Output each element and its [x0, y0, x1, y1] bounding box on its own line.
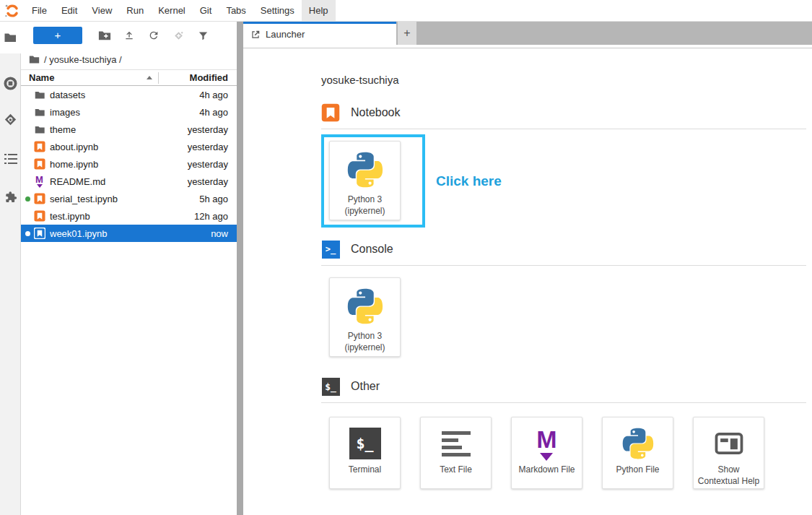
file-browser-toolbar: +: [21, 22, 237, 49]
folder-icon: [33, 89, 45, 101]
file-browser-tab-icon[interactable]: [0, 22, 21, 53]
notebook-file-icon: [33, 158, 45, 170]
other-section-label: Other: [351, 380, 380, 393]
markdown-file-icon: M: [33, 176, 45, 188]
new-folder-icon[interactable]: [92, 26, 117, 45]
notebook-file-icon: [33, 228, 45, 240]
file-list: datasets 4h ago images 4h ago theme yest…: [21, 86, 237, 242]
folder-icon: [33, 106, 45, 118]
launcher-tab-label: Launcher: [266, 29, 305, 40]
terminal-card[interactable]: $_ Terminal: [329, 417, 401, 489]
main-dock-panel: Launcher + yosuke-tsuchiya Notebook Pyth…: [243, 22, 812, 515]
show-contextual-help-card[interactable]: Show Contextual Help: [693, 417, 764, 489]
menu-help[interactable]: Help: [302, 0, 336, 21]
text-file-icon: [442, 428, 471, 459]
file-row-home[interactable]: home.ipynb yesterday: [21, 155, 237, 173]
menu-file[interactable]: File: [25, 0, 54, 21]
left-activity-bar: [0, 22, 21, 515]
kernel-running-dot: [25, 231, 30, 236]
file-row-about[interactable]: about.ipynb yesterday: [21, 138, 237, 155]
notebook-section-header: Notebook: [321, 103, 812, 122]
file-row-images[interactable]: images 4h ago: [21, 103, 237, 121]
dock-tab-bar: Launcher +: [243, 22, 812, 45]
menu-tabs[interactable]: Tabs: [219, 0, 253, 21]
menu-git[interactable]: Git: [193, 0, 219, 21]
menu-kernel[interactable]: Kernel: [151, 0, 193, 21]
menu-bar: File Edit View Run Kernel Git Tabs Setti…: [0, 0, 812, 22]
section-divider: [321, 129, 806, 129]
file-row-theme[interactable]: theme yesterday: [21, 121, 237, 138]
notebook-icon: [321, 103, 340, 122]
folder-icon: [33, 124, 45, 136]
python-logo-icon: [622, 428, 654, 459]
running-kernels-icon[interactable]: [0, 72, 21, 94]
menu-settings[interactable]: Settings: [253, 0, 302, 21]
file-row-test[interactable]: test.ipynb 12h ago: [21, 207, 237, 225]
table-of-contents-icon[interactable]: [0, 148, 21, 170]
terminal-icon: $_: [349, 428, 381, 459]
kernel-name-label: Python 3 (ipykernel): [344, 331, 385, 353]
contextual-help-icon: [715, 428, 743, 459]
menu-run[interactable]: Run: [119, 0, 151, 21]
file-row-serial-test[interactable]: serial_test.ipynb 5h ago: [21, 190, 237, 207]
menu-edit[interactable]: Edit: [54, 0, 84, 21]
console-python3-card[interactable]: Python 3 (ipykernel): [329, 277, 401, 357]
git-sidebar-icon[interactable]: [0, 108, 21, 130]
name-column-header[interactable]: Name: [21, 72, 158, 83]
other-section-header: $_ Other: [321, 377, 812, 396]
file-browser-panel: +: [21, 22, 237, 515]
git-clone-icon-disabled: [166, 26, 191, 45]
python-logo-icon: [347, 287, 383, 325]
click-here-annotation: Click here: [436, 173, 502, 189]
tutorial-highlight-box: [321, 134, 425, 228]
console-section-header: >_ Console: [321, 240, 812, 259]
notebook-file-icon: [33, 210, 45, 222]
console-icon: >_: [321, 240, 340, 259]
notebook-cards-row: Python 3 (ipykernel) Click here: [321, 141, 812, 220]
other-cards-row: $_ Terminal Text File M Markdown File: [321, 417, 812, 489]
markdown-file-card[interactable]: M Markdown File: [511, 417, 582, 489]
section-divider: [321, 402, 806, 403]
breadcrumb-path: / yosuke-tsuchiya /: [44, 54, 122, 65]
upload-icon[interactable]: [117, 26, 141, 45]
launcher-cwd-title: yosuke-tsuchiya: [321, 74, 812, 86]
python-file-card[interactable]: Python File: [602, 417, 673, 489]
console-cards-row: Python 3 (ipykernel): [321, 277, 812, 357]
notebook-file-icon: [33, 141, 45, 153]
file-row-datasets[interactable]: datasets 4h ago: [21, 86, 237, 103]
file-row-week01-selected[interactable]: week01.ipynb now: [21, 225, 237, 242]
new-launcher-button[interactable]: +: [33, 27, 82, 44]
jupyter-logo-icon: [0, 0, 25, 21]
refresh-icon[interactable]: [141, 26, 166, 45]
text-file-card[interactable]: Text File: [420, 417, 492, 489]
notebook-file-icon: [33, 193, 45, 205]
modified-column-header[interactable]: Modified: [159, 72, 237, 83]
notebook-section-label: Notebook: [351, 106, 401, 119]
sort-ascending-icon: [147, 76, 152, 79]
console-section-label: Console: [351, 243, 393, 256]
terminal-icon: $_: [321, 377, 340, 396]
markdown-icon: M: [536, 428, 556, 459]
section-divider: [321, 265, 806, 266]
file-row-readme[interactable]: M README.md yesterday: [21, 173, 237, 190]
launcher-tab-icon: [250, 30, 261, 40]
filter-icon[interactable]: [191, 26, 215, 45]
panel-splitter[interactable]: [237, 22, 243, 515]
launcher-panel: yosuke-tsuchiya Notebook Python 3 (ipyke…: [243, 48, 812, 489]
home-folder-icon: [29, 55, 40, 64]
kernel-running-dot: [25, 196, 30, 202]
file-list-header: Name Modified: [21, 69, 237, 86]
launcher-tab[interactable]: Launcher: [243, 22, 396, 45]
new-tab-button[interactable]: +: [398, 22, 416, 45]
menu-view[interactable]: View: [84, 0, 119, 21]
breadcrumb[interactable]: / yosuke-tsuchiya /: [21, 49, 237, 69]
extension-manager-icon[interactable]: [0, 186, 21, 208]
